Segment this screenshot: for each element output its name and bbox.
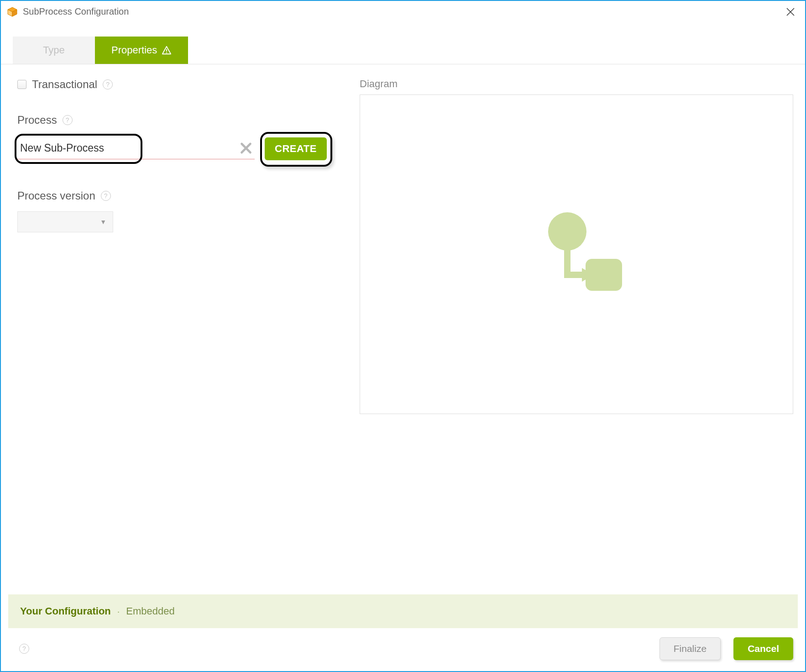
process-input-row: CREATE [17,136,341,162]
clear-x-icon [240,142,252,154]
content-area: Transactional ? Process ? [1,64,805,594]
diagram-placeholder-icon [526,204,627,304]
svg-point-6 [166,52,167,53]
finalize-button[interactable]: Finalize [659,637,721,660]
close-icon [785,7,796,17]
close-button[interactable] [781,3,800,21]
right-column: Diagram [360,78,793,594]
chevron-down-icon: ▼ [100,218,106,226]
tab-properties[interactable]: Properties [95,37,188,64]
separator-dot: · [117,606,120,617]
window-title: SubProcess Configuration [23,6,129,17]
process-version-section-label: Process version ? [17,189,341,202]
help-icon[interactable]: ? [101,191,111,201]
cancel-button[interactable]: Cancel [733,637,793,660]
process-name-input[interactable] [17,138,255,159]
process-input-wrap [17,138,255,159]
svg-point-9 [548,212,586,251]
process-label: Process [17,114,57,126]
configuration-title: Your Configuration [20,605,111,617]
tab-properties-label: Properties [111,44,157,56]
help-icon[interactable]: ? [103,79,113,89]
warning-icon [162,45,172,55]
diagram-preview [360,94,793,414]
transactional-label: Transactional [32,78,97,91]
app-cube-icon [6,6,18,18]
tab-type-label: Type [43,44,65,56]
dialog-window: SubProcess Configuration Type Properties [0,0,806,672]
tabs-row: Type Properties [1,37,805,64]
tab-type[interactable]: Type [13,37,95,64]
transactional-row: Transactional ? [17,78,341,91]
help-icon[interactable]: ? [63,115,73,125]
titlebar: SubProcess Configuration [1,1,805,23]
diagram-label: Diagram [360,78,793,90]
left-column: Transactional ? Process ? [17,78,341,594]
clear-input-button[interactable] [239,142,253,155]
transactional-checkbox[interactable] [17,80,26,89]
create-button[interactable]: CREATE [265,137,327,160]
create-button-wrap: CREATE [263,136,329,162]
process-version-select[interactable]: ▼ [17,211,113,232]
process-section-label: Process ? [17,114,341,126]
configuration-value: Embedded [126,605,174,617]
help-icon[interactable]: ? [19,644,29,654]
process-version-label: Process version [17,189,95,202]
footer-row: ? Finalize Cancel [1,628,805,671]
configuration-summary-bar: Your Configuration · Embedded [8,594,798,628]
